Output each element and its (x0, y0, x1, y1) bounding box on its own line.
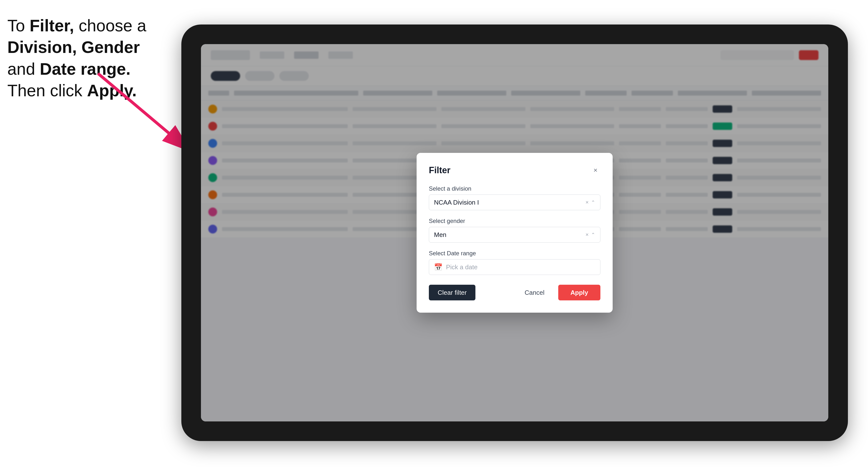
date-placeholder: Pick a date (446, 263, 477, 271)
modal-header: Filter × (429, 165, 600, 176)
select-icons: × ⌃ (585, 199, 595, 206)
calendar-icon: 📅 (434, 263, 442, 271)
instruction-line1: To Filter, choose a (7, 16, 146, 35)
filter-modal: Filter × Select a division NCAA Division… (416, 153, 613, 313)
date-input[interactable]: 📅 Pick a date (429, 259, 600, 275)
modal-overlay: Filter × Select a division NCAA Division… (201, 44, 828, 422)
clear-filter-button[interactable]: Clear filter (429, 285, 475, 301)
gender-select[interactable]: Men × ⌃ (429, 227, 600, 243)
division-select[interactable]: NCAA Division I × ⌃ (429, 194, 600, 210)
apply-button[interactable]: Apply (558, 285, 600, 301)
division-label: Select a division (429, 185, 600, 192)
modal-footer: Clear filter Cancel Apply (429, 285, 600, 301)
gender-value: Men (434, 231, 446, 239)
division-form-group: Select a division NCAA Division I × ⌃ (429, 185, 600, 210)
date-label: Select Date range (429, 250, 600, 257)
date-form-group: Select Date range 📅 Pick a date (429, 250, 600, 275)
instruction-bold2: Division, Gender (7, 38, 140, 56)
tablet-frame: Filter × Select a division NCAA Division… (181, 25, 848, 441)
gender-clear-icon[interactable]: × (585, 231, 589, 238)
gender-chevron-icon: ⌃ (591, 232, 595, 238)
modal-close-button[interactable]: × (591, 165, 600, 175)
gender-label: Select gender (429, 218, 600, 224)
gender-form-group: Select gender Men × ⌃ (429, 218, 600, 243)
gender-select-icons: × ⌃ (585, 231, 595, 238)
division-value: NCAA Division I (434, 199, 479, 206)
division-chevron-icon: ⌃ (591, 199, 595, 205)
svg-line-1 (98, 73, 191, 152)
tablet-screen: Filter × Select a division NCAA Division… (201, 44, 828, 422)
modal-title: Filter (429, 165, 451, 176)
division-clear-icon[interactable]: × (585, 199, 589, 206)
footer-right-buttons: Cancel Apply (516, 285, 600, 301)
cancel-button[interactable]: Cancel (516, 285, 553, 301)
